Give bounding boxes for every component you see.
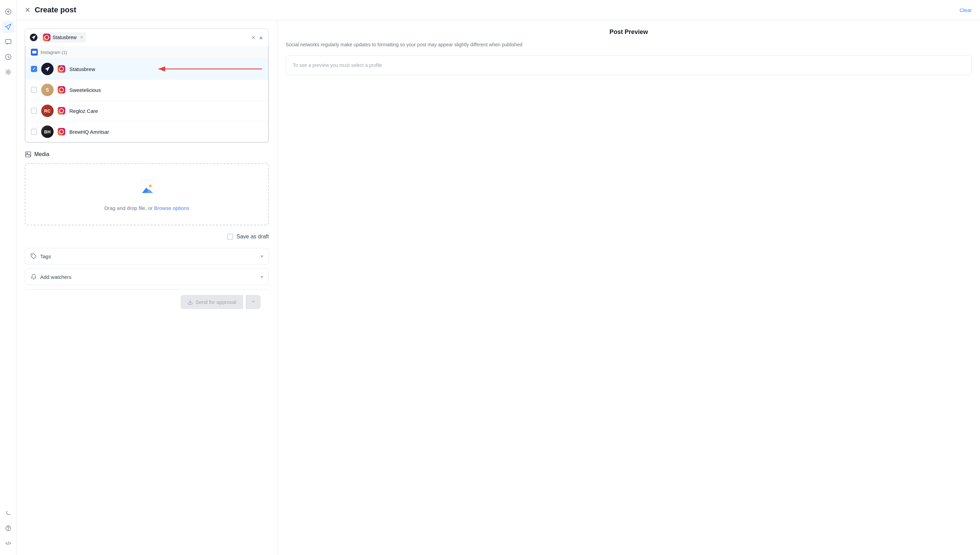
- sidebar-moon-icon[interactable]: [2, 507, 14, 519]
- instagram-icon: [43, 34, 50, 41]
- content-area: Statusbrew ✕ ✕ ▲: [16, 20, 980, 555]
- regloz-avatar: RC: [41, 104, 53, 117]
- tags-icon: [31, 253, 37, 259]
- close-button[interactable]: ✕: [25, 6, 31, 14]
- right-panel: Post Preview Social networks regularly m…: [277, 20, 980, 555]
- sweetelicious-name: Sweetelicious: [69, 87, 263, 93]
- media-section: Media Drag and drop: [25, 151, 269, 242]
- svg-point-3: [7, 71, 9, 73]
- sidebar-help-icon[interactable]: [2, 522, 14, 534]
- brewhq-avatar: BH: [41, 125, 53, 138]
- selector-controls: ✕ ▲: [251, 34, 264, 41]
- send-icon: [187, 300, 193, 305]
- group-label: Instagram (1): [26, 46, 268, 58]
- preview-box: To see a preview you must select a profi…: [286, 55, 972, 75]
- media-icon: [25, 151, 32, 158]
- drop-zone[interactable]: Drag and drop file, or Browse options: [25, 163, 269, 225]
- statusbrew-avatar: [41, 63, 53, 75]
- svg-point-14: [149, 184, 151, 187]
- collapse-accounts-button[interactable]: ▲: [258, 34, 264, 40]
- svg-point-9: [27, 153, 28, 154]
- watchers-label: Add watchers: [40, 274, 257, 280]
- expand-icon: [251, 299, 256, 304]
- regloz-name: Regloz Care: [69, 108, 263, 114]
- page-title: Create post: [35, 5, 76, 14]
- bottom-bar: Send for approval: [25, 289, 269, 314]
- sidebar-bottom: [2, 507, 14, 550]
- preview-notice: Social networks regularly make updates t…: [286, 41, 972, 48]
- drop-zone-illustration: [136, 178, 158, 200]
- selected-account-tag: Statusbrew ✕: [40, 32, 86, 43]
- account-selector-header: Statusbrew ✕ ✕ ▲: [25, 29, 269, 46]
- account-selector: Statusbrew ✕ ✕ ▲: [25, 29, 269, 143]
- clear-accounts-button[interactable]: ✕: [251, 34, 256, 41]
- account-item-statusbrew[interactable]: Statusbrew: [26, 58, 268, 79]
- brewhq-ig-icon: [58, 128, 65, 135]
- account-item-sweetelicious[interactable]: S Sweetelicious: [26, 79, 268, 100]
- watchers-chevron[interactable]: ▾: [261, 274, 263, 279]
- tags-section: Tags ▾: [25, 248, 269, 265]
- regloz-checkbox[interactable]: [31, 108, 37, 114]
- save-draft-label: Save as draft: [237, 234, 269, 240]
- drop-text: Drag and drop file, or Browse options: [105, 205, 190, 211]
- svg-rect-5: [32, 51, 36, 53]
- statusbrew-checkbox[interactable]: [31, 66, 37, 72]
- selected-account-name: Statusbrew: [53, 35, 77, 40]
- sidebar-code-icon[interactable]: [2, 537, 14, 550]
- watchers-section: Add watchers ▾: [25, 269, 269, 285]
- sidebar-send-icon[interactable]: [2, 21, 14, 33]
- sidebar-chat-icon[interactable]: [2, 36, 14, 48]
- clear-button[interactable]: Clear: [959, 7, 972, 13]
- svg-rect-8: [26, 152, 31, 157]
- brewhq-name: BrewHQ Amritsar: [69, 129, 263, 135]
- sidebar-settings-icon[interactable]: [2, 66, 14, 78]
- sweetelicious-avatar: S: [41, 84, 53, 96]
- main-content: ✕ Create post Clear Statusbrew ✕: [16, 0, 980, 555]
- statusbrew-ig-icon: [58, 65, 65, 73]
- svg-rect-1: [5, 39, 11, 43]
- brewhq-checkbox[interactable]: [31, 128, 37, 135]
- tags-header[interactable]: Tags ▾: [25, 249, 269, 264]
- tags-label: Tags: [40, 253, 257, 259]
- save-draft-row: Save as draft: [25, 231, 269, 242]
- preview-title: Post Preview: [286, 29, 972, 36]
- watchers-icon: [31, 274, 37, 280]
- media-header: Media: [25, 151, 269, 158]
- accounts-dropdown: Instagram (1) Statusbrew: [25, 46, 269, 142]
- watchers-header[interactable]: Add watchers ▾: [25, 269, 269, 285]
- sidebar-brand-icon[interactable]: [2, 5, 14, 18]
- left-panel: Statusbrew ✕ ✕ ▲: [16, 20, 277, 555]
- account-item-brewhq[interactable]: BH BrewHQ Amritsar: [26, 121, 268, 142]
- tags-chevron[interactable]: ▾: [261, 253, 263, 259]
- svg-point-15: [32, 255, 33, 255]
- account-item-regloz[interactable]: RC Regloz Care: [26, 100, 268, 121]
- send-for-approval-button[interactable]: Send for approval: [180, 295, 243, 309]
- sweetelicious-ig-icon: [58, 86, 65, 94]
- save-draft-checkbox[interactable]: [227, 234, 233, 240]
- send-expand-button[interactable]: [246, 295, 261, 309]
- selected-account-avatar: [30, 34, 37, 41]
- red-arrow: [156, 65, 266, 73]
- preview-placeholder: To see a preview you must select a profi…: [293, 63, 964, 68]
- sidebar: [0, 0, 16, 555]
- regloz-ig-icon: [58, 107, 65, 115]
- sweetelicious-checkbox[interactable]: [31, 87, 37, 93]
- group-icon: [31, 49, 38, 56]
- header: ✕ Create post Clear: [16, 0, 980, 20]
- sidebar-clock-icon[interactable]: [2, 51, 14, 63]
- remove-account-button[interactable]: ✕: [80, 35, 84, 40]
- browse-options-link[interactable]: Browse options: [154, 205, 190, 211]
